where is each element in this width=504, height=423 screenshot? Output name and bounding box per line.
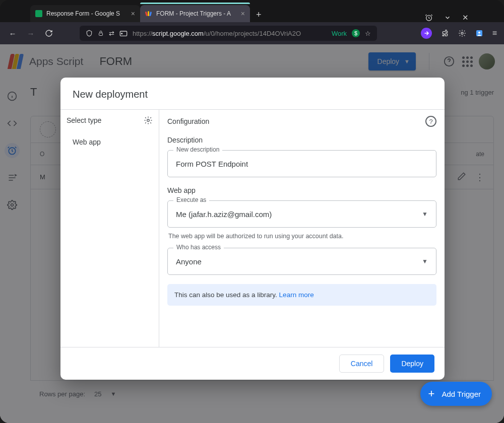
rows-value[interactable]: 25	[94, 390, 101, 398]
cell-owner: M	[40, 173, 45, 181]
svg-point-6	[121, 33, 122, 34]
svg-rect-1	[148, 11, 149, 16]
select-type-label: Select type	[67, 116, 101, 124]
url-text: https://script.google.com/u/0/home/proje…	[133, 30, 325, 37]
svg-rect-4	[99, 33, 103, 36]
description-section: Description	[167, 136, 436, 144]
container-label: Work	[332, 30, 347, 37]
svg-point-13	[11, 204, 14, 206]
learn-more-link[interactable]: Learn more	[279, 291, 314, 299]
product-name: Apps Script	[29, 55, 83, 67]
svg-point-9	[478, 32, 480, 34]
apps-script-icon	[145, 10, 152, 17]
execute-as-hint: The web app will be authorized to run us…	[168, 233, 436, 240]
deploy-label: Deploy	[377, 57, 400, 65]
info-text: This can also be used as a library.	[174, 291, 279, 299]
chevron-down-icon: ▼	[422, 258, 428, 265]
project-name: FORM	[99, 55, 132, 68]
executions-icon[interactable]	[5, 170, 20, 185]
col-owner: O	[40, 151, 44, 158]
settings-icon[interactable]	[5, 197, 20, 213]
cancel-button[interactable]: Cancel	[339, 355, 385, 373]
tab-title: FORM - Project Triggers - A	[156, 10, 237, 17]
deploy-button[interactable]: Deploy ▼	[368, 52, 416, 70]
fab-label: Add Trigger	[442, 390, 481, 398]
bookmark-icon[interactable]: ☆	[365, 30, 371, 37]
reload-button[interactable]	[41, 26, 56, 41]
svg-rect-2	[149, 12, 152, 16]
type-web-app[interactable]: Web app	[60, 131, 159, 153]
add-filter-icon[interactable]	[40, 121, 56, 137]
lock-icon	[98, 30, 104, 36]
execute-as-value: Me (jafar.h.aziz@gmail.com)	[176, 210, 272, 219]
deploy-button[interactable]: Deploy	[390, 355, 434, 373]
help-icon[interactable]	[443, 55, 456, 68]
config-label: Configuration	[167, 117, 209, 125]
gear-icon[interactable]	[144, 116, 153, 125]
close-icon[interactable]: ×	[241, 10, 245, 18]
dollar-icon: $	[352, 29, 360, 37]
info-icon[interactable]	[5, 89, 20, 104]
url-input[interactable]: ⇄ https://script.google.com/u/0/home/pro…	[80, 26, 377, 41]
dialog-config: Configuration ? Description New descript…	[159, 110, 445, 347]
description-value: Form POST Endpoint	[176, 160, 248, 168]
shield-icon	[86, 30, 93, 37]
dialog-sidebar: Select type Web app	[60, 110, 159, 347]
browser-tab[interactable]: Response Form - Google S ×	[30, 5, 140, 22]
window-close-icon[interactable]: ✕	[462, 13, 469, 22]
description-float: New description	[173, 146, 222, 153]
trigger-count: ng 1 trigger	[461, 89, 494, 96]
new-deployment-dialog: New deployment Select type Web app Confi…	[60, 78, 445, 380]
description-field[interactable]: New description Form POST Endpoint	[167, 150, 436, 177]
extension-icon[interactable]	[421, 28, 432, 39]
dialog-footer: Cancel Deploy	[60, 347, 445, 380]
settings-gear-icon[interactable]	[458, 29, 466, 37]
apps-grid-icon[interactable]	[461, 55, 474, 68]
svg-rect-0	[145, 12, 148, 16]
chevron-down-icon[interactable]	[444, 14, 451, 21]
alarm-icon[interactable]	[425, 14, 433, 22]
triggers-icon[interactable]	[5, 143, 20, 158]
library-info: This can also be used as a library. Lear…	[167, 284, 436, 306]
extensions-icon[interactable]	[441, 29, 449, 37]
edit-icon[interactable]	[457, 172, 466, 183]
url-bar: ← → ⇄ https://script.google.com/u/0/home…	[0, 22, 504, 44]
svg-point-14	[147, 119, 150, 122]
chevron-down-icon: ▼	[422, 210, 428, 218]
access-value: Anyone	[176, 257, 202, 266]
plus-icon: +	[428, 387, 435, 400]
forward-button[interactable]: →	[23, 26, 38, 41]
left-rail	[0, 79, 24, 213]
avatar[interactable]	[479, 53, 495, 69]
close-icon[interactable]: ×	[131, 10, 135, 18]
col-date: ate	[476, 151, 484, 158]
code-icon[interactable]	[5, 116, 20, 131]
access-field[interactable]: Who has access Anyone ▼	[167, 248, 436, 275]
new-tab-button[interactable]: +	[250, 8, 268, 22]
add-trigger-fab[interactable]: + Add Trigger	[420, 382, 492, 406]
help-icon[interactable]: ?	[425, 116, 436, 127]
access-float: Who has access	[173, 244, 224, 251]
browser-tab-strip: Response Form - Google S × FORM - Projec…	[0, 0, 504, 22]
app-header: Apps Script FORM Deploy ▼	[0, 44, 504, 79]
svg-point-7	[461, 32, 463, 34]
browser-tab[interactable]: FORM - Project Triggers - A ×	[140, 5, 250, 22]
webapp-section: Web app	[167, 186, 436, 194]
container-icon	[119, 30, 128, 37]
rows-label: Rows per page:	[39, 390, 85, 398]
tab-title: Response Form - Google S	[46, 10, 127, 17]
apps-script-logo	[9, 54, 24, 69]
sheets-icon	[35, 10, 42, 17]
permissions-icon: ⇄	[109, 30, 114, 37]
more-icon[interactable]: ⋮	[475, 172, 484, 183]
account-icon[interactable]	[475, 29, 483, 37]
back-button[interactable]: ←	[5, 26, 20, 41]
execute-as-float: Execute as	[173, 196, 209, 203]
chevron-down-icon: ▼	[404, 58, 410, 64]
menu-icon[interactable]: ≡	[492, 29, 497, 38]
dialog-title: New deployment	[60, 78, 445, 109]
chevron-down-icon[interactable]: ▼	[111, 391, 116, 397]
execute-as-field[interactable]: Execute as Me (jafar.h.aziz@gmail.com) ▼	[167, 200, 436, 228]
